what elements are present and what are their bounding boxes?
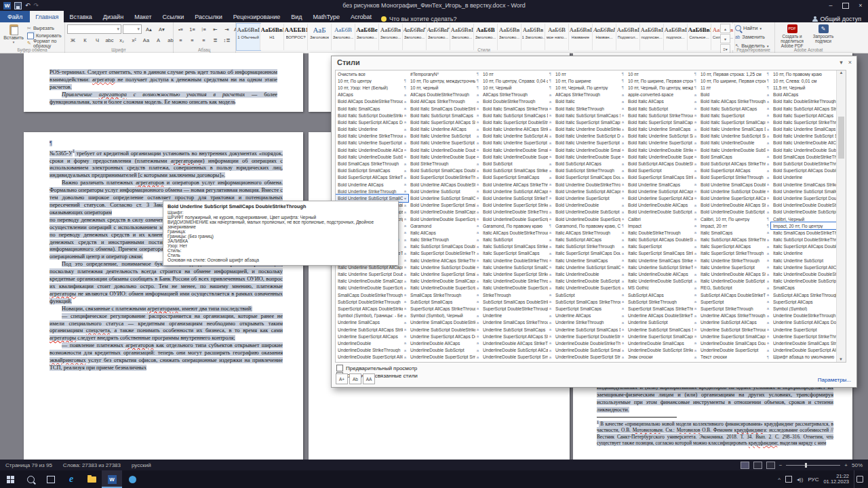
style-item[interactable]: SuperScript AllCaps StrikeThrougha (408, 305, 481, 312)
style-item[interactable]: Bold SubScript AllCaps DoubleStrikeThrou… (626, 160, 698, 167)
style-item[interactable]: UnderlineDouble SuperScripta (698, 347, 771, 354)
tab-Макет[interactable]: Макет (129, 11, 157, 22)
style-item[interactable]: UnderlineDouble SmallCapsa (626, 340, 698, 346)
style-item[interactable]: Bold Italic StrikeThrougha (553, 105, 626, 112)
style-item[interactable]: 11,5 пт, Черный¶ (771, 84, 844, 91)
styles-panel-tool-button[interactable]: AA (363, 373, 375, 384)
style-item[interactable]: Underline SubScript SmallCapsa (481, 326, 553, 333)
multilevel-list-button[interactable]: ⁝≡ (198, 24, 210, 34)
style-item[interactable]: SuperScript AllCapsa (771, 298, 844, 305)
style-gallery-item[interactable]: АаБбВв!Сильное... (688, 24, 711, 50)
style-item[interactable]: Bold SubScript SmallCaps StrikeThrougha (481, 167, 553, 174)
style-item[interactable]: Bold Italic SmallCaps StrikeThrougha (481, 105, 553, 112)
style-item[interactable]: SmallCapsa (771, 285, 844, 291)
style-item[interactable]: Bold Italic SubScript DoubleStrikeThroug… (336, 112, 408, 119)
style-item[interactable]: Italic AllCaps DoubleStrikeThrougha (481, 229, 553, 236)
style-item[interactable]: Bold Italic UnderlineDouble AllCapsa (771, 140, 844, 146)
style-item[interactable]: Bold Italic Underline StrikeThrougha (336, 133, 408, 140)
find-button[interactable]: Найти▾ (735, 24, 768, 33)
style-item[interactable]: Bold Underline SmallCapsa (626, 181, 698, 188)
style-item[interactable]: Bold Italic SmallCaps DoubleStrikeThroug… (408, 105, 481, 112)
style-item[interactable]: Italic UnderlineDouble SmallCaps StrikeT… (408, 278, 481, 285)
style-item[interactable]: Bold Underline DoubleStrikeThrougha (553, 181, 626, 188)
style-item[interactable]: Italic Underline SmallCapsa (553, 257, 626, 264)
numbering-button[interactable]: 1≡ (186, 24, 198, 34)
style-item[interactable]: Bold Italic SubScript StrikeThrougha (626, 112, 698, 119)
style-item[interactable]: #TemporaryNº¶ (408, 70, 481, 77)
style-item[interactable]: Italic UnderlineDouble AllCaps StrikeThr… (698, 270, 771, 277)
style-item[interactable]: UnderlineDouble SuperScript AllCapsa (771, 347, 844, 354)
style-item[interactable]: Italic UnderlineDouble SubScript StrikeT… (771, 278, 844, 285)
style-item[interactable]: Bold Italic Underline SubScripta (408, 133, 481, 140)
style-item[interactable]: Bold Underline SuperScript AllCapsa (626, 195, 698, 201)
style-item[interactable]: Italic Underline SubScript DoubleStrikeT… (408, 264, 481, 270)
style-item[interactable]: Italic SuperScript AllCapsa (698, 243, 771, 250)
style-gallery-item[interactable]: АаБбВЗаголово... (474, 24, 498, 50)
style-item[interactable]: Underline SmallCapsa (336, 319, 408, 326)
style-item[interactable]: Italic SubScript StrikeThrougha (553, 243, 626, 250)
strikethrough-button[interactable]: abc (104, 35, 115, 45)
style-item[interactable]: Bold SuperScript AllCapsa (698, 167, 771, 174)
style-item[interactable]: Bold Italic SubScript SmallCapsa (408, 112, 481, 119)
style-item[interactable]: Underline SubScript AllCaps StrikeThroug… (336, 326, 408, 333)
create-pdf-button[interactable]: PDFСоздать и поделиться Adobe PDF (776, 23, 808, 50)
subscript-button[interactable]: x₂ (116, 35, 127, 45)
tab-Вставка[interactable]: Вставка (64, 11, 97, 22)
zoom-level[interactable]: 50% (852, 462, 863, 468)
panel-menu-icon[interactable]: ▾ (840, 59, 843, 66)
style-gallery-item[interactable]: АаБбВвГ.Заголово... (450, 24, 474, 50)
style-item[interactable]: Italic SubScripta (481, 237, 553, 243)
style-item[interactable]: Bold Italic UnderlineDouble SuperScript … (626, 153, 698, 160)
request-signatures-button[interactable]: ✎Запросить подписи (808, 23, 839, 50)
document-paragraph[interactable]: 1 В качестве «принципиально новой модели… (597, 420, 833, 447)
style-item[interactable]: Underline SubScript DoubleStrikeThrougha (408, 326, 481, 333)
style-item[interactable]: Italic SuperScript StrikeThrougha (698, 250, 771, 257)
style-item[interactable]: Bold SubScript DoubleStrikeThrougha (771, 160, 844, 167)
style-gallery-item[interactable]: АаБбВвГ,1 Обычный (237, 24, 260, 50)
style-item[interactable]: Bold Italic SuperScript SmallCaps Strike… (698, 119, 771, 125)
style-item[interactable]: Bold Italic Underline SubScript DoubleSt… (553, 133, 626, 140)
style-item[interactable]: Underline SuperScripta (771, 326, 844, 333)
font-size-input[interactable]: ▾ (123, 24, 142, 34)
style-item[interactable]: Bold Italic UnderlineDouble DoubleStrike… (408, 146, 481, 153)
style-item[interactable]: Italic Underline SubScript SmallCaps Str… (553, 264, 626, 270)
style-item[interactable]: Italic UnderlineDouble SuperScript Small… (481, 285, 553, 291)
increase-indent-button[interactable]: ⇥ (221, 24, 233, 34)
zoom-out-button[interactable]: − (779, 462, 783, 468)
style-item[interactable]: 10 пт, По центру¶ (336, 77, 408, 84)
style-item[interactable]: Bold Italic SuperScript AllCaps StrikeTh… (408, 119, 481, 125)
document-paragraph[interactable]: Новации, связанные с платежными агрегато… (50, 306, 283, 313)
style-item[interactable]: Italic SmallCapsa (698, 229, 771, 236)
style-item[interactable]: Bold Italic SmallCapsa (336, 105, 408, 112)
app-taskbar-icon[interactable] (122, 470, 142, 488)
style-item[interactable]: 10 пт¶ (626, 70, 698, 77)
style-item[interactable]: Bold Italic Underline SuperScript Double… (481, 140, 553, 146)
notification-center-button[interactable] (854, 470, 865, 488)
explorer-taskbar-icon[interactable] (81, 470, 102, 488)
gallery-up-button[interactable]: ▴ (720, 24, 730, 33)
style-item[interactable]: Bold Italic Underline SubScript SmallCap… (626, 133, 698, 140)
style-item[interactable]: Italic Underline DoubleStrikeThrougha (481, 257, 553, 264)
style-item[interactable]: Bold Italic SubScripta (626, 105, 698, 112)
document-page-left[interactable]: ¶№5365-У1 требует от кредитной организац… (24, 132, 303, 460)
style-item[interactable]: Bold SuperScript StrikeThrougha (698, 174, 771, 181)
align-left-button[interactable]: ≡ (175, 35, 186, 45)
restore-button[interactable] (838, 0, 853, 11)
superscript-button[interactable]: x² (128, 35, 140, 45)
style-gallery-item[interactable]: АаБбВвГПодзагол... (616, 24, 640, 50)
style-item[interactable]: Italic Underline SmallCaps StrikeThrough… (626, 257, 698, 264)
style-item[interactable]: Bold SuperScript AllCaps StrikeThrougha (336, 174, 408, 181)
style-item[interactable]: Bold Underline SuperScript DoubleStrikeT… (771, 195, 844, 201)
style-item[interactable]: Underline SubScript AllCapsa (698, 319, 771, 326)
style-item[interactable]: Italic Underline SubScript SmallCapsa (481, 264, 553, 270)
style-item[interactable]: Bold SuperScript SmallCapsa (481, 174, 553, 181)
style-item[interactable]: Italic SubScript SmallCaps StrikeThrough… (481, 243, 553, 250)
style-item[interactable]: Bold Italic Underlinea (336, 126, 408, 133)
style-item[interactable]: Bold Italic Underline AllCapsa (408, 126, 481, 133)
format-painter-button[interactable]: ✎Формат по образцу (27, 39, 64, 47)
style-item[interactable]: Italic SubScript DoubleStrikeThrougha (771, 237, 844, 243)
style-item[interactable]: Bold Italic SuperScript SmallCapsa (553, 119, 626, 125)
style-item[interactable]: UnderlineDouble SubScript SmallCapsa (553, 347, 626, 354)
undo-icon[interactable]: ↶ (25, 3, 31, 9)
style-item[interactable]: Bold Underline SubScript SmallCapsa (771, 188, 844, 195)
